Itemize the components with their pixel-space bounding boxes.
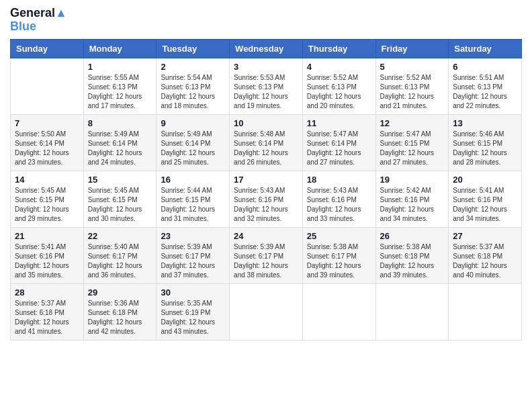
calendar-cell: 12Sunrise: 5:47 AM Sunset: 6:15 PM Dayli… — [375, 114, 449, 171]
calendar-cell — [375, 283, 449, 340]
logo-text-general: General▲ — [10, 7, 67, 20]
day-number: 6 — [453, 62, 517, 72]
logo-triangle-shape: ▲ — [55, 6, 67, 19]
calendar-header-sunday: Sunday — [11, 39, 84, 58]
calendar-cell — [302, 283, 375, 340]
day-number: 27 — [453, 231, 517, 241]
day-info: Sunrise: 5:45 AM Sunset: 6:15 PM Dayligh… — [15, 186, 79, 224]
calendar-cell: 13Sunrise: 5:46 AM Sunset: 6:15 PM Dayli… — [449, 114, 522, 171]
calendar-cell: 11Sunrise: 5:47 AM Sunset: 6:14 PM Dayli… — [302, 114, 375, 171]
day-number: 29 — [88, 287, 152, 298]
day-info: Sunrise: 5:39 AM Sunset: 6:17 PM Dayligh… — [161, 242, 225, 280]
day-info: Sunrise: 5:38 AM Sunset: 6:18 PM Dayligh… — [380, 242, 445, 280]
day-info: Sunrise: 5:38 AM Sunset: 6:17 PM Dayligh… — [307, 242, 371, 280]
calendar-cell: 28Sunrise: 5:37 AM Sunset: 6:18 PM Dayli… — [11, 283, 84, 340]
day-number: 26 — [380, 231, 445, 241]
day-info: Sunrise: 5:37 AM Sunset: 6:18 PM Dayligh… — [15, 299, 79, 336]
day-info: Sunrise: 5:36 AM Sunset: 6:18 PM Dayligh… — [88, 299, 152, 336]
day-info: Sunrise: 5:54 AM Sunset: 6:13 PM Dayligh… — [161, 73, 225, 111]
calendar-cell: 1Sunrise: 5:55 AM Sunset: 6:13 PM Daylig… — [83, 58, 157, 114]
calendar-cell — [449, 283, 522, 340]
calendar-cell: 16Sunrise: 5:44 AM Sunset: 6:15 PM Dayli… — [157, 171, 230, 227]
calendar-header-thursday: Thursday — [302, 39, 375, 58]
day-number: 30 — [161, 287, 225, 298]
calendar-cell: 15Sunrise: 5:45 AM Sunset: 6:15 PM Dayli… — [83, 171, 157, 227]
logo-text-blue: Blue — [10, 19, 36, 33]
day-info: Sunrise: 5:37 AM Sunset: 6:18 PM Dayligh… — [453, 242, 517, 280]
calendar-header-tuesday: Tuesday — [157, 39, 230, 58]
day-info: Sunrise: 5:44 AM Sunset: 6:15 PM Dayligh… — [161, 186, 225, 224]
day-number: 4 — [307, 62, 371, 72]
day-info: Sunrise: 5:52 AM Sunset: 6:13 PM Dayligh… — [380, 73, 445, 111]
calendar-cell — [230, 283, 303, 340]
calendar-header-monday: Monday — [83, 39, 157, 58]
day-number: 12 — [380, 118, 445, 128]
day-info: Sunrise: 5:50 AM Sunset: 6:14 PM Dayligh… — [15, 130, 79, 167]
day-info: Sunrise: 5:43 AM Sunset: 6:16 PM Dayligh… — [234, 186, 298, 224]
calendar-cell: 30Sunrise: 5:35 AM Sunset: 6:19 PM Dayli… — [157, 283, 230, 340]
calendar-body: 1Sunrise: 5:55 AM Sunset: 6:13 PM Daylig… — [11, 58, 522, 340]
day-number: 17 — [234, 175, 298, 185]
day-info: Sunrise: 5:40 AM Sunset: 6:17 PM Dayligh… — [88, 242, 152, 280]
day-info: Sunrise: 5:39 AM Sunset: 6:17 PM Dayligh… — [234, 242, 298, 280]
calendar-cell: 3Sunrise: 5:53 AM Sunset: 6:13 PM Daylig… — [230, 58, 303, 114]
day-info: Sunrise: 5:48 AM Sunset: 6:14 PM Dayligh… — [234, 130, 298, 167]
calendar-cell: 6Sunrise: 5:51 AM Sunset: 6:13 PM Daylig… — [449, 58, 522, 114]
calendar-week-row: 14Sunrise: 5:45 AM Sunset: 6:15 PM Dayli… — [11, 171, 522, 227]
calendar-cell: 19Sunrise: 5:42 AM Sunset: 6:16 PM Dayli… — [375, 171, 449, 227]
calendar-week-row: 28Sunrise: 5:37 AM Sunset: 6:18 PM Dayli… — [11, 283, 522, 340]
calendar-cell: 18Sunrise: 5:43 AM Sunset: 6:16 PM Dayli… — [302, 171, 375, 227]
day-number: 22 — [88, 231, 152, 241]
calendar-cell: 27Sunrise: 5:37 AM Sunset: 6:18 PM Dayli… — [449, 227, 522, 283]
day-number: 15 — [88, 175, 152, 185]
day-info: Sunrise: 5:41 AM Sunset: 6:16 PM Dayligh… — [453, 186, 517, 224]
day-number: 24 — [234, 231, 298, 241]
calendar-cell: 7Sunrise: 5:50 AM Sunset: 6:14 PM Daylig… — [11, 114, 84, 171]
calendar-header-saturday: Saturday — [449, 39, 522, 58]
day-number: 25 — [307, 231, 371, 241]
day-number: 2 — [161, 62, 225, 72]
day-info: Sunrise: 5:43 AM Sunset: 6:16 PM Dayligh… — [307, 186, 371, 224]
calendar-cell: 29Sunrise: 5:36 AM Sunset: 6:18 PM Dayli… — [83, 283, 157, 340]
calendar-cell: 26Sunrise: 5:38 AM Sunset: 6:18 PM Dayli… — [375, 227, 449, 283]
calendar-cell: 20Sunrise: 5:41 AM Sunset: 6:16 PM Dayli… — [449, 171, 522, 227]
day-info: Sunrise: 5:49 AM Sunset: 6:14 PM Dayligh… — [161, 130, 225, 167]
calendar-cell: 23Sunrise: 5:39 AM Sunset: 6:17 PM Dayli… — [157, 227, 230, 283]
day-info: Sunrise: 5:46 AM Sunset: 6:15 PM Dayligh… — [453, 130, 517, 167]
day-info: Sunrise: 5:51 AM Sunset: 6:13 PM Dayligh… — [453, 73, 517, 111]
calendar-cell: 4Sunrise: 5:52 AM Sunset: 6:13 PM Daylig… — [302, 58, 375, 114]
calendar-header-friday: Friday — [375, 39, 449, 58]
day-number: 19 — [380, 175, 445, 185]
day-info: Sunrise: 5:55 AM Sunset: 6:13 PM Dayligh… — [88, 73, 152, 111]
calendar-header-wednesday: Wednesday — [230, 39, 303, 58]
calendar-cell: 2Sunrise: 5:54 AM Sunset: 6:13 PM Daylig… — [157, 58, 230, 114]
day-number: 7 — [15, 118, 79, 128]
day-info: Sunrise: 5:45 AM Sunset: 6:15 PM Dayligh… — [88, 186, 152, 224]
calendar-cell: 8Sunrise: 5:49 AM Sunset: 6:14 PM Daylig… — [83, 114, 157, 171]
calendar-week-row: 1Sunrise: 5:55 AM Sunset: 6:13 PM Daylig… — [11, 58, 522, 114]
day-info: Sunrise: 5:47 AM Sunset: 6:14 PM Dayligh… — [307, 130, 371, 167]
day-number: 13 — [453, 118, 517, 128]
day-info: Sunrise: 5:49 AM Sunset: 6:14 PM Dayligh… — [88, 130, 152, 167]
day-info: Sunrise: 5:53 AM Sunset: 6:13 PM Dayligh… — [234, 73, 298, 111]
day-number: 18 — [307, 175, 371, 185]
day-info: Sunrise: 5:35 AM Sunset: 6:19 PM Dayligh… — [161, 299, 225, 336]
calendar-cell: 14Sunrise: 5:45 AM Sunset: 6:15 PM Dayli… — [11, 171, 84, 227]
day-number: 9 — [161, 118, 225, 128]
day-number: 10 — [234, 118, 298, 128]
calendar-cell: 17Sunrise: 5:43 AM Sunset: 6:16 PM Dayli… — [230, 171, 303, 227]
day-number: 1 — [88, 62, 152, 72]
day-number: 16 — [161, 175, 225, 185]
day-number: 14 — [15, 175, 79, 185]
day-number: 5 — [380, 62, 445, 72]
day-info: Sunrise: 5:52 AM Sunset: 6:13 PM Dayligh… — [307, 73, 371, 111]
calendar-cell: 10Sunrise: 5:48 AM Sunset: 6:14 PM Dayli… — [230, 114, 303, 171]
day-number: 28 — [15, 287, 79, 298]
day-number: 8 — [88, 118, 152, 128]
day-number: 20 — [453, 175, 517, 185]
day-number: 11 — [307, 118, 371, 128]
day-info: Sunrise: 5:47 AM Sunset: 6:15 PM Dayligh… — [380, 130, 445, 167]
day-info: Sunrise: 5:42 AM Sunset: 6:16 PM Dayligh… — [380, 186, 445, 224]
calendar-cell: 5Sunrise: 5:52 AM Sunset: 6:13 PM Daylig… — [375, 58, 449, 114]
logo: General▲ Blue — [10, 7, 67, 34]
